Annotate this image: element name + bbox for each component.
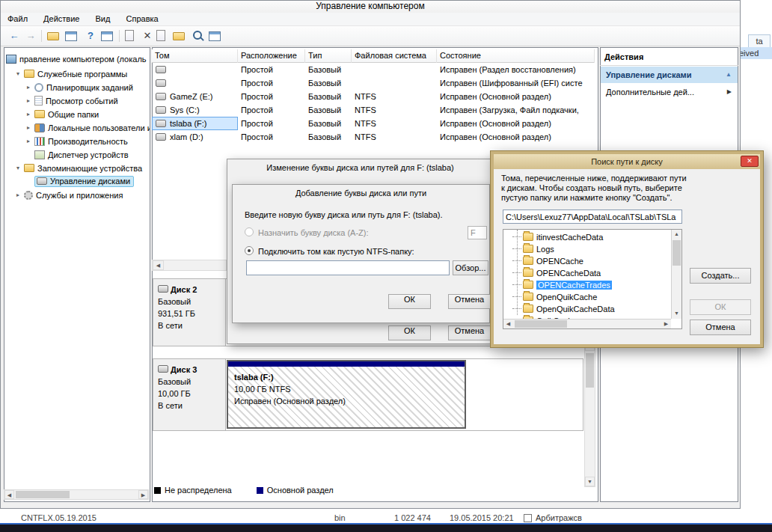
folder-item[interactable]: OPENCacheData [512,267,601,278]
create-button[interactable]: Создать... [690,268,751,284]
sidebar-item-event-viewer[interactable]: ▸ Просмотр событий [27,94,118,107]
sidebar-item-storage[interactable]: ▾ Запоминающие устройства [16,162,142,174]
scroll-down-icon[interactable]: ▼ [585,477,595,486]
actions-more[interactable]: Дополнительные дей... ▶ [601,85,738,100]
folder-tree-vscrollbar[interactable]: ▲ ▼ [671,230,681,319]
scroll-right-icon[interactable]: ▶ [138,490,148,499]
selected-path-field[interactable] [503,210,682,224]
menu-action[interactable]: Действие [37,13,86,26]
volume-row[interactable]: xlam (D:)ПростойБазовыйNTFSИсправен (Осн… [152,130,595,144]
sidebar-item-label: Локальные пользователи и [48,123,150,132]
new-window-icon[interactable] [209,31,221,41]
sidebar-item-services[interactable]: ▸ Службы и приложения [16,189,123,201]
scrollbar-thumb[interactable] [673,240,681,266]
window-titlebar[interactable]: Управление компьютером [1,1,740,13]
volume-fs: NTFS [352,90,437,103]
column-header-volume[interactable]: Том [152,49,238,63]
sidebar-item-disk-management[interactable]: Управление дисками [27,175,134,188]
export-list-icon[interactable] [125,30,134,41]
disk2-label[interactable]: Диск 2 Базовый 931,51 ГБ В сети [153,279,226,346]
folder-item[interactable]: OpenQuikCache [512,291,597,302]
folder-item[interactable]: Logs [512,243,554,254]
graphical-view-vscrollbar[interactable]: ▲ ▼ [584,340,595,487]
up-folder-icon[interactable] [47,32,59,40]
change-letter-dialog-title[interactable]: Изменение буквы диска или путей для F: (… [227,159,493,176]
drive-letter-select[interactable]: F [468,226,487,239]
tree-connector [512,248,521,249]
column-header-fs[interactable]: Файловая система [352,49,437,63]
ok-button[interactable]: ОК [388,294,431,309]
sidebar-item-device-manager[interactable]: Диспетчер устройств [27,148,129,161]
add-path-dialog-title[interactable]: Добавление буквы диска или пути [233,185,489,201]
volume-icon [156,120,166,127]
ok-button[interactable]: ОК [388,325,431,340]
scroll-left-icon[interactable]: ◀ [153,260,164,270]
actions-disk-management[interactable]: Управление дисками ▲ [601,67,738,83]
column-header-type[interactable]: Тип [305,49,352,63]
browse-button[interactable]: Обзор... [453,260,488,275]
search-icon[interactable] [191,29,206,44]
console-tree-icon[interactable] [65,31,77,41]
sidebar-item-performance[interactable]: ▸ Производительность [27,135,128,147]
tree-hscrollbar[interactable]: ◀ ▶ [4,489,149,500]
sidebar-item-local-users[interactable]: ▸ Локальные пользователи и [27,121,150,134]
volume-list-hscrollbar[interactable]: ◀ [152,260,227,271]
toolbar: ← → ? ✕ [1,26,740,46]
mount-folder-radio[interactable] [245,246,254,255]
folder-item-selected[interactable]: OPENCacheTrades [512,279,612,290]
folder-tree-hscrollbar[interactable]: ◀ ▶ [503,319,671,328]
folder-item[interactable]: OPENCache [512,255,583,266]
expander-icon[interactable]: ▸ [27,124,34,131]
assign-letter-radio[interactable] [245,227,254,236]
volume-row-selected[interactable]: tslaba (F:)ПростойБазовыйNTFSИсправен (О… [152,117,595,130]
volume-row[interactable]: ПростойБазовыйИсправен (Раздел восстанов… [152,63,595,76]
expander-icon[interactable]: ▸ [27,111,34,117]
volume-row[interactable]: GameZ (E:)ПростойБазовыйNTFSИсправен (Ос… [152,90,595,103]
volume-row[interactable]: Sys (C:)ПростойБазовыйNTFSИсправен (Загр… [152,103,595,117]
folder-item[interactable]: OpenQuikCacheData [512,303,615,314]
back-icon[interactable]: ← [7,28,22,43]
menu-view[interactable]: Вид [89,13,117,26]
help-icon[interactable]: ? [83,28,98,43]
scrollbar-thumb[interactable] [16,491,70,498]
scroll-left-icon[interactable]: ◀ [503,319,513,328]
sidebar-item-shared-folders[interactable]: ▸ Общие папки [27,108,99,120]
sidebar-item-task-scheduler[interactable]: ▸ Планировщик заданий [27,81,133,94]
scroll-right-icon[interactable]: ▶ [661,319,671,328]
delete-icon[interactable]: ✕ [140,28,155,43]
cancel-button[interactable]: Отмена [448,325,491,340]
volume-row[interactable]: ПростойБазовыйИсправен (Шифрованный (EFI… [152,76,595,90]
scroll-down-icon[interactable]: ▼ [672,309,681,319]
cancel-button[interactable]: Отмена [448,294,491,309]
scrollbar-thumb[interactable] [515,320,567,328]
ntfs-folder-path-input[interactable] [246,260,450,275]
menu-help[interactable]: Справка [120,13,165,26]
column-header-location[interactable]: Расположение [238,49,305,63]
partition-tslaba[interactable]: tslaba (F:) 10,00 ГБ NTFS Исправен (Осно… [227,360,466,429]
scrollbar-thumb[interactable] [586,353,594,388]
expander-icon[interactable]: ▸ [16,192,24,198]
sidebar-item-root[interactable]: правление компьютером (локаль [6,52,147,65]
sidebar-item-system-tools[interactable]: ▾ Служебные программы [16,67,127,80]
expander-icon[interactable]: ▾ [16,70,24,77]
ok-button[interactable]: ОК [690,299,751,315]
volume-type: Базовый [305,130,352,144]
expander-icon[interactable]: ▸ [27,138,34,144]
collapse-icon[interactable]: ▲ [726,67,732,83]
scroll-left-icon[interactable]: ◀ [4,490,14,499]
column-header-status[interactable]: Состояние [437,49,595,63]
scroll-up-icon[interactable]: ▲ [672,230,681,239]
expander-icon[interactable]: ▸ [27,97,34,104]
menu-file[interactable]: Файл [1,13,34,26]
properties-icon[interactable] [156,30,165,41]
cancel-button[interactable]: Отмена [690,319,751,335]
close-icon[interactable]: ✕ [741,156,759,167]
open-folder-icon[interactable] [173,32,185,40]
expander-icon[interactable]: ▾ [16,165,24,171]
browse-dialog-title[interactable]: Поиск пути к диску [494,154,760,169]
expander-icon[interactable]: ▸ [27,84,34,91]
disk3-label[interactable]: Диск 3 Базовый 10,00 ГБ В сети [153,359,226,430]
forward-icon[interactable]: → [23,28,38,43]
folder-item[interactable]: itinvestCacheData [512,231,603,242]
console-window-icon[interactable] [101,31,113,41]
